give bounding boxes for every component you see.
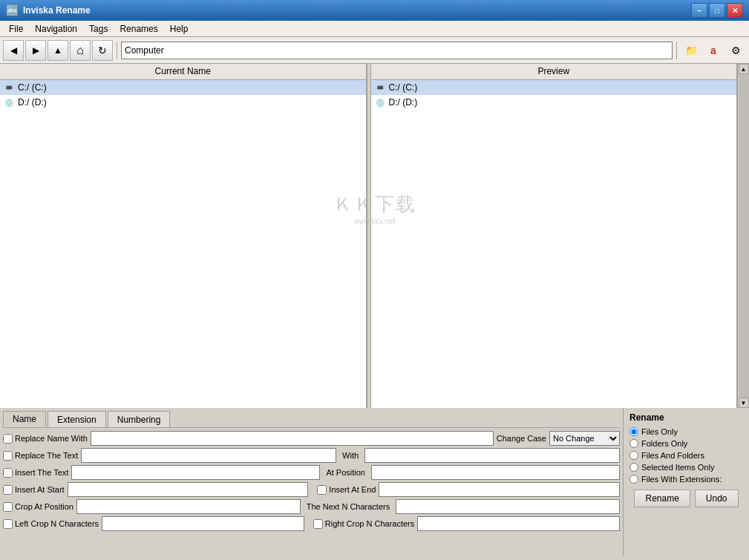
folder-icon[interactable]: 📁	[681, 40, 701, 61]
replace-name-label: Replace Name With	[15, 434, 88, 443]
change-case-select[interactable]: No Change UPPERCASE lowercase Title Case…	[549, 431, 620, 446]
radio-files-ext-row: Files With Extensions:	[629, 475, 743, 484]
radio-selected-items[interactable]	[629, 463, 638, 472]
insert-end-checkbox[interactable]	[317, 485, 327, 495]
forward-button[interactable]: ▶	[25, 40, 46, 61]
scroll-up-btn[interactable]: ▲	[739, 64, 749, 74]
radio-files-only[interactable]	[629, 427, 638, 436]
next-n-label: The Next N Characters	[307, 502, 390, 511]
preview-list: 💻 C:/ (C:) 💿 D:/ (D:)	[371, 80, 737, 408]
insert-start-checkbox[interactable]	[3, 485, 13, 495]
replace-name-row: Replace Name With Change Case No Change …	[3, 431, 620, 446]
drive-c-preview-icon: 💻	[374, 82, 386, 93]
replace-text-input[interactable]	[81, 448, 336, 463]
insert-end-input[interactable]	[379, 482, 620, 497]
back-button[interactable]: ◀	[3, 40, 24, 61]
app-icon: 🔤	[6, 4, 19, 16]
list-item[interactable]: 💿 D:/ (D:)	[0, 95, 366, 110]
replace-text-checkbox-label[interactable]: Replace The Text	[3, 451, 78, 461]
at-position-label: At Position	[326, 468, 365, 477]
replace-text-label: Replace The Text	[15, 451, 78, 460]
maximize-button[interactable]: □	[709, 3, 725, 18]
right-crop-checkbox-label[interactable]: Right Crop N Characters	[313, 519, 414, 529]
insert-end-checkbox-label[interactable]: Insert At End	[317, 485, 376, 495]
menu-item-tags[interactable]: Tags	[83, 22, 114, 36]
insert-text-checkbox[interactable]	[3, 468, 13, 478]
drive-d-preview-label: D:/ (D:)	[389, 97, 418, 108]
tab-name[interactable]: Name	[3, 411, 46, 427]
rename-button[interactable]: Rename	[634, 490, 690, 507]
toolbar-separator	[117, 42, 117, 59]
insert-text-label: Insert The Text	[15, 468, 68, 477]
preview-panel: Preview 💻 C:/ (C:) 💿 D:/ (D:) ＫＫ下载 www.k…	[371, 64, 738, 408]
next-n-input[interactable]	[396, 499, 620, 514]
insert-end-label: Insert At End	[329, 485, 376, 494]
right-crop-checkbox[interactable]	[313, 519, 323, 529]
replace-name-checkbox[interactable]	[3, 434, 13, 444]
insert-start-end-row: Insert At Start Insert At End	[3, 482, 620, 497]
left-crop-input[interactable]	[102, 516, 304, 531]
radio-files-only-label: Files Only	[641, 427, 678, 436]
scroll-thumb[interactable]	[739, 74, 749, 398]
insert-text-input[interactable]	[71, 465, 320, 480]
radio-files-ext[interactable]	[629, 475, 638, 484]
close-button[interactable]: ✕	[727, 3, 743, 18]
drive-c-label: C:/ (C:)	[18, 82, 47, 93]
up-button[interactable]: ▲	[48, 40, 68, 61]
current-name-list: 💻 C:/ (C:) 💿 D:/ (D:)	[0, 80, 366, 408]
scroll-down-btn[interactable]: ▼	[739, 398, 749, 408]
drive-c-preview-label: C:/ (C:)	[389, 82, 418, 93]
tab-numbering[interactable]: Numbering	[108, 411, 171, 427]
minimize-button[interactable]: –	[691, 3, 707, 18]
home-button[interactable]: ⌂	[70, 40, 91, 61]
crop-position-checkbox[interactable]	[3, 502, 13, 512]
insert-text-row: Insert The Text At Position	[3, 465, 620, 480]
change-case-label: Change Case	[497, 434, 546, 443]
crop-position-checkbox-label[interactable]: Crop At Position	[3, 502, 73, 512]
preview-header: Preview	[371, 64, 737, 80]
radio-folders-only[interactable]	[629, 439, 638, 448]
right-crop-input[interactable]	[417, 516, 620, 531]
menu-item-navigation[interactable]: Navigation	[29, 22, 83, 36]
tab-extension[interactable]: Extension	[48, 411, 106, 427]
radio-files-folders-row: Files And Folders	[629, 451, 743, 460]
rename-buttons: Rename Undo	[629, 490, 743, 507]
replace-text-checkbox[interactable]	[3, 451, 13, 461]
drive-d-label: D:/ (D:)	[18, 97, 47, 108]
search-icon[interactable]: a	[703, 40, 724, 61]
insert-start-checkbox-label[interactable]: Insert At Start	[3, 485, 65, 495]
menu-item-file[interactable]: File	[3, 22, 29, 36]
drive-d-preview-icon: 💿	[374, 96, 386, 108]
at-position-input[interactable]	[371, 465, 620, 480]
toolbar-separator-2	[676, 42, 677, 59]
replace-name-checkbox-label[interactable]: Replace Name With	[3, 434, 88, 444]
radio-files-folders-label: Files And Folders	[641, 451, 704, 460]
menu-item-help[interactable]: Help	[164, 22, 194, 36]
insert-text-checkbox-label[interactable]: Insert The Text	[3, 468, 68, 478]
undo-button[interactable]: Undo	[695, 490, 739, 507]
list-item[interactable]: 💻 C:/ (C:)	[371, 80, 737, 95]
file-area: Current Name 💻 C:/ (C:) 💿 D:/ (D:) Previ…	[0, 64, 749, 408]
radio-files-only-row: Files Only	[629, 427, 743, 436]
with-input[interactable]	[364, 448, 620, 463]
crop-position-row: Crop At Position The Next N Characters	[3, 499, 620, 514]
drive-c-icon: 💻	[3, 82, 15, 93]
menu-item-renames[interactable]: Renames	[114, 22, 163, 36]
radio-files-folders[interactable]	[629, 451, 638, 460]
address-bar[interactable]	[121, 42, 673, 59]
refresh-button[interactable]: ↻	[92, 40, 113, 61]
replace-name-input[interactable]	[91, 431, 494, 446]
main-scrollbar[interactable]: ▲ ▼	[737, 64, 749, 408]
menu-bar: FileNavigationTagsRenamesHelp	[0, 21, 749, 37]
insert-start-input[interactable]	[68, 482, 309, 497]
insert-start-label: Insert At Start	[15, 485, 65, 494]
settings-icon[interactable]: ⚙	[725, 40, 746, 61]
left-crop-checkbox-label[interactable]: Left Crop N Characters	[3, 519, 99, 529]
radio-files-ext-label: Files With Extensions:	[641, 475, 722, 484]
list-item[interactable]: 💻 C:/ (C:)	[0, 80, 366, 95]
current-name-panel: Current Name 💻 C:/ (C:) 💿 D:/ (D:)	[0, 64, 367, 408]
crop-position-input[interactable]	[76, 499, 301, 514]
list-item[interactable]: 💿 D:/ (D:)	[371, 95, 737, 110]
bottom-panel: Name Extension Numbering Replace Name Wi…	[0, 408, 749, 556]
left-crop-checkbox[interactable]	[3, 519, 13, 529]
